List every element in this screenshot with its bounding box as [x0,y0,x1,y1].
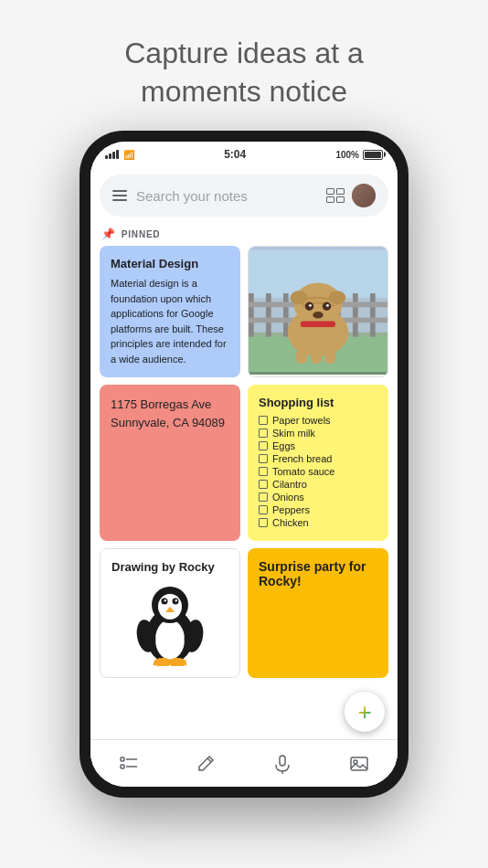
menu-icon[interactable] [112,190,127,201]
checkbox-icon [259,441,268,450]
svg-rect-52 [351,757,367,770]
svg-point-15 [291,291,308,304]
fab-plus-icon: + [357,700,371,724]
note-shopping-list[interactable]: Shopping list Paper towels Skim milk Egg… [248,385,388,541]
status-bar: 📶 5:04 100% [90,142,398,167]
svg-rect-47 [121,765,124,768]
phone-frame: 📶 5:04 100% Search yo [80,131,408,798]
checkbox-icon [259,467,268,476]
phone-inner: 📶 5:04 100% Search yo [90,142,398,787]
list-item: Chicken [259,517,377,528]
penguin-drawing [111,579,228,666]
note-dog-photo[interactable] [248,246,388,377]
search-bar[interactable]: Search your notes [100,175,388,217]
avatar[interactable] [352,184,376,207]
svg-rect-9 [353,293,358,337]
shopping-list-items: Paper towels Skim milk Eggs French bread… [259,415,377,528]
svg-point-20 [326,304,329,307]
svg-rect-25 [325,350,335,364]
pin-icon: 📌 [101,228,116,240]
surprise-party-title: Surprise party for Rocky! [259,559,377,588]
checkbox-icon [259,480,268,489]
list-item: Cilantro [259,479,377,490]
list-item: Eggs [259,440,377,451]
status-signal: 📶 [105,150,134,160]
svg-point-33 [175,599,177,601]
battery-icon [363,150,383,160]
svg-rect-5 [283,293,289,337]
list-item: Tomato sauce [259,466,377,477]
note-drawing-rocky[interactable]: Drawing by Rocky [100,548,240,678]
svg-point-32 [164,599,166,601]
svg-rect-23 [296,350,306,364]
search-input[interactable]: Search your notes [136,188,317,204]
list-item: Skim milk [259,428,377,439]
signal-bars-icon [105,150,119,159]
checkbox-icon [259,505,268,514]
checkbox-icon [259,416,268,425]
svg-point-27 [155,619,185,660]
toolbar-image-button[interactable] [341,746,377,782]
list-item: Peppers [259,504,377,515]
app-headline: Capture ideas at a moments notice [124,35,364,111]
fab-add-button[interactable]: + [345,692,385,732]
note-address[interactable]: 1175 Borregas Ave Sunnyvale, CA 94089 [100,385,240,541]
list-item: Paper towels [259,415,377,426]
status-time: 5:04 [224,148,246,161]
battery-percent-label: 100% [335,150,359,160]
toolbar-pencil-button[interactable] [187,746,224,782]
bottom-toolbar [90,739,398,787]
toolbar-microphone-button[interactable] [264,746,301,782]
svg-point-21 [313,312,323,319]
pinned-section-label: 📌 PINNED [90,224,398,246]
note-title: Material Design [111,257,229,270]
status-battery: 100% [335,150,383,160]
drawing-title: Drawing by Rocky [111,560,228,574]
headline-line2: moments notice [141,75,347,108]
svg-rect-45 [121,757,124,761]
app-content: Search your notes 📌 PINNED [90,167,398,787]
list-item: French bread [259,453,377,464]
checkbox-icon [259,429,268,438]
note-material-design[interactable]: Material Design Material design is a fou… [100,246,240,377]
svg-rect-10 [370,293,376,337]
toolbar-checklist-button[interactable] [111,746,147,782]
svg-rect-22 [301,322,335,328]
svg-line-49 [207,758,211,762]
svg-rect-4 [266,293,271,337]
svg-rect-50 [280,756,285,766]
checkbox-icon [259,492,268,502]
note-body: Material design is a foundation upon whi… [111,276,229,366]
svg-point-16 [328,291,345,304]
note-address-body: 1175 Borregas Ave Sunnyvale, CA 94089 [111,396,229,431]
headline-line1: Capture ideas at a [124,37,364,69]
checkbox-icon [259,518,268,527]
notes-grid: Material Design Material design is a fou… [90,246,398,678]
note-surprise-party[interactable]: Surprise party for Rocky! [248,548,388,678]
svg-rect-3 [249,293,254,337]
list-item: Onions [259,492,377,503]
wifi-icon: 📶 [123,150,134,160]
layout-toggle-icon[interactable] [326,188,345,203]
search-right-icons [326,184,376,207]
shopping-list-title: Shopping list [259,396,377,409]
dog-photo-image [249,247,387,375]
checkbox-icon [259,454,268,463]
svg-point-19 [309,304,312,307]
svg-rect-24 [311,350,321,364]
